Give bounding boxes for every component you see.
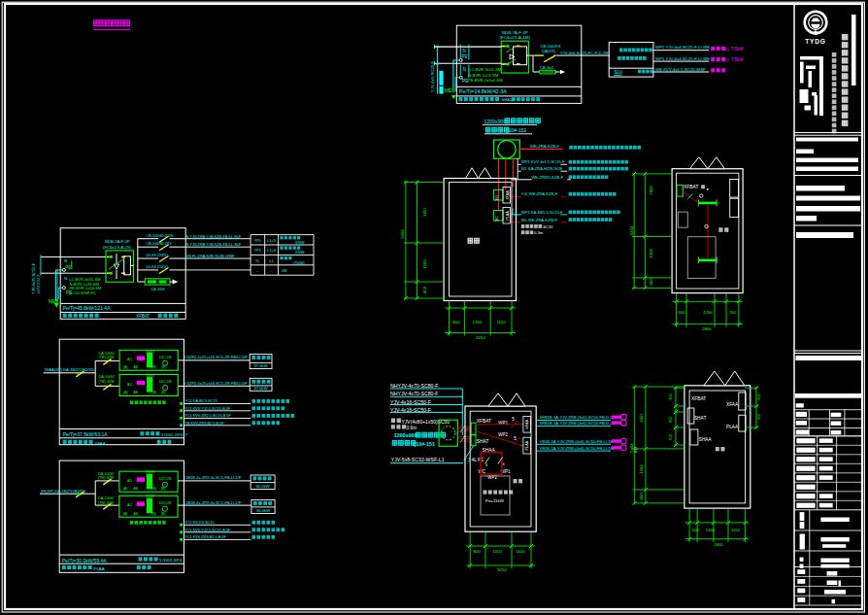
svg-text:YJV-4x6-SC25-FC-F-D-2M: YJV-4x6-SC25-FC-F-D-2M (560, 51, 610, 55)
svg-text:-SC32: -SC32 (542, 224, 553, 229)
svg-text:1/2C1/B: 1/2C1/B (159, 356, 173, 359)
svg-text:SHAA: SHAA (699, 437, 713, 442)
svg-text:1250: 1250 (703, 310, 713, 315)
svg-text:[10#-151: [10#-151 (507, 127, 527, 133)
svg-text:YJB1B-4x-ZR9-4x-SC5-FB-LI-1/F: YJB1B-4x-ZR9-4x-SC5-FB-LI-1/F (184, 475, 242, 480)
svg-text:XFBAT: XFBAT (691, 396, 706, 401)
svg-text:7.5kW: 7.5kW (731, 47, 745, 51)
svg-text:SHAT: SHAT (694, 416, 707, 421)
svg-text:YJ(ZR)-4x25+x16-SC5-ZR-FB/LI-5: YJ(ZR)-4x25+x16-SC5-ZR-FB/LI-5/F (184, 381, 249, 386)
svg-text:1/2C1/B: 1/2C1/B (158, 477, 172, 481)
svg-text:L1+3: L1+3 (267, 239, 276, 243)
svg-text:YJV-4x6-SC25-F: YJV-4x6-SC25-F (430, 60, 435, 92)
svg-text:850: 850 (669, 417, 673, 423)
svg-text:N: N (463, 67, 466, 72)
svg-text:1100: 1100 (516, 549, 525, 554)
svg-text:AC: AC (127, 479, 133, 483)
svg-text:WP1 YJV-4x4-SC25-F-LI-WE: WP1 YJV-4x4-SC25-F-LI-WE (655, 56, 710, 61)
svg-text:PLAA: PLAA (94, 566, 105, 571)
svg-text:1/2C1/B: 1/2C1/B (158, 501, 172, 505)
svg-text:4W: 4W (282, 269, 287, 273)
svg-text:PLAA: PLAA (525, 440, 529, 450)
svg-text:WP1: WP1 (498, 421, 508, 426)
svg-text:5463: 5463 (629, 443, 634, 453)
svg-text:YJ(ZR)-4x25+x16-SC5-ZR-FB/LI-5: YJ(ZR)-4x25+x16-SC5-ZR-FB/LI-5/F (184, 355, 249, 359)
svg-text:L1: L1 (269, 259, 273, 263)
svg-text:(A): (A) (123, 365, 128, 369)
svg-text:PLAA: PLAA (726, 425, 739, 429)
svg-text:37.0kW: 37.0kW (253, 386, 267, 391)
svg-text:XXXX: XXXX (146, 350, 155, 354)
svg-text:1300: 1300 (706, 528, 716, 532)
svg-text:650: 650 (669, 434, 673, 440)
svg-text:3250: 3250 (497, 567, 507, 572)
svg-text:(A): (A) (123, 391, 128, 394)
svg-text:XB-FL-ZRA-KZB-XLZB-LHSF: XB-FL-ZRA-KZB-XLZB-LHSF (186, 255, 236, 258)
svg-text:YC1 DA-B2.5-SC15: YC1 DA-B2.5-SC15 (184, 399, 217, 403)
svg-text:4: 4 (485, 463, 487, 467)
svg-text:Pe/Tj=45.8kW/121.4A: Pe/Tj=45.8kW/121.4A (63, 305, 111, 311)
svg-text:(FC4x2.5-A-25): (FC4x2.5-A-25) (103, 245, 131, 250)
svg-text:XF(XF) DA-1B2/YJB2/XX: XF(XF) DA-1B2/YJB2/XX (41, 489, 85, 494)
svg-text:XXXX: XXXX (146, 374, 155, 378)
svg-text:850: 850 (649, 278, 653, 286)
svg-text:PE: PE (462, 54, 468, 59)
svg-text:XFAA: XFAA (506, 190, 510, 200)
svg-text:1200x900: 1200x900 (394, 432, 417, 438)
svg-text:YB KVV-ZR3-B2.5-B.5F: YB KVV-ZR3-B2.5-B.5F (184, 422, 224, 426)
svg-text:700: 700 (729, 310, 737, 315)
svg-text:YL: YL (255, 259, 260, 263)
svg-text:500: 500 (692, 528, 700, 532)
svg-text:(B): (B) (161, 487, 166, 491)
svg-text:N-YJV-ZRB-YJB-KZB-XB-LL-SLF: N-YJV-ZRB-YJB-KZB-XB-LL-SLF (186, 235, 242, 239)
svg-text:XFAA: XFAA (726, 402, 739, 407)
svg-text:MEB: MEB (49, 299, 58, 304)
svg-text:NDB-7A-F 4P: NDB-7A-F 4P (502, 30, 528, 35)
svg-text:XFAA: XFAA (95, 441, 106, 446)
svg-text:600: 600 (757, 394, 761, 400)
svg-text:WL WE-ZRA-KZW-F: WL WE-ZRA-KZW-F (521, 218, 558, 222)
svg-text:370W: 370W (295, 251, 305, 255)
svg-text:850: 850 (422, 286, 427, 293)
svg-text:1#XXXXXX: 1#XXXXXX (36, 274, 41, 294)
svg-text:WP1 KA-KB1.5-6C15-F: WP1 KA-KB1.5-6C15-F (521, 210, 563, 215)
svg-text:(TB)-32M: (TB)-32M (98, 501, 114, 505)
svg-text:0.3m: 0.3m (534, 230, 544, 235)
svg-text:N: N (463, 49, 466, 53)
svg-text:YJV-4x16-SC50-F: YJV-4x16-SC50-F (390, 407, 431, 413)
svg-text:WC: WC (479, 469, 486, 474)
svg-text:30.0kW: 30.0kW (256, 508, 270, 513)
svg-text:TYDG: TYDG (805, 38, 826, 45)
svg-text:L1+3: L1+3 (267, 249, 276, 253)
svg-text:YC1 KVV-ZR2.5-SC15-B.5F: YC1 KVV-ZR2.5-SC15-B.5F (184, 414, 231, 418)
svg-text:1963: 1963 (649, 249, 653, 258)
svg-text:CB-4x2: CB-4x2 (540, 65, 554, 70)
svg-text:(TB)-32M: (TB)-32M (98, 476, 114, 480)
svg-text:YJB1B-4x-ZR9-4x-SC5-FB-LI-1/F: YJB1B-4x-ZR9-4x-SC5-FB-LI-1/F (184, 500, 242, 505)
svg-text:37.0kW: 37.0kW (253, 363, 267, 368)
svg-text:(B): (B) (152, 391, 157, 394)
svg-text:YC1 KVV-YJ2.5-SC15-B.5F: YC1 KVV-YJ2.5-SC15-B.5F (184, 407, 231, 411)
svg-text:XFAA(XF) DA-1B2/YJB2/XD: XFAA(XF) DA-1B2/YJB2/XD (45, 367, 95, 372)
svg-text:WP2: WP2 (498, 432, 508, 437)
svg-text:DA-100V/: DA-100V/ (99, 352, 116, 356)
svg-text:(B): (B) (161, 512, 166, 516)
svg-text:YP1: YP1 (254, 239, 261, 243)
svg-text:WP1 YJV-4x4-SC25-F-LI-WE: WP1 YJV-4x4-SC25-F-LI-WE (655, 45, 710, 50)
svg-text:1/D: 1/D (495, 195, 499, 201)
svg-text:NHYJV-4x70-SC80-F: NHYJV-4x70-SC80-F (390, 383, 438, 389)
svg-text:1583: 1583 (422, 259, 427, 269)
svg-text:850: 850 (639, 493, 644, 500)
svg-text:WE KVV-4x1.5-SC20-WSF: WE KVV-4x1.5-SC20-WSF (655, 67, 706, 72)
svg-text:XFAA: XFAA (525, 419, 529, 428)
svg-text:Pe/Tj=24.8kW/42.3A: Pe/Tj=24.8kW/42.3A (459, 88, 507, 94)
svg-text:(B): (B) (161, 365, 166, 369)
svg-text:CB-100/80 2XV: CB-100/80 2XV (147, 242, 173, 246)
svg-text:2800: 2800 (714, 542, 723, 547)
svg-text:5463: 5463 (400, 229, 405, 239)
svg-text:XXXX: XXXX (146, 495, 155, 498)
svg-text:AC: AC (127, 383, 133, 387)
svg-text:AB: AB (133, 512, 138, 516)
svg-text:N: N (64, 276, 67, 281)
svg-text:850: 850 (757, 414, 761, 420)
